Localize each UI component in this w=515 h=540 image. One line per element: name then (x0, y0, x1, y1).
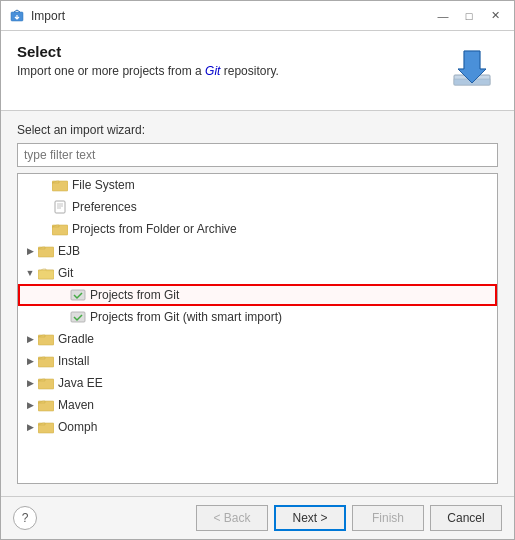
spacer-icon (54, 309, 70, 325)
spacer-icon (36, 177, 52, 193)
page-icon (52, 199, 68, 215)
wizard-tree[interactable]: File System Preferences Projects from Fo… (17, 173, 498, 484)
cancel-button[interactable]: Cancel (430, 505, 502, 531)
spacer-icon (36, 221, 52, 237)
expand-icon: ▶ (22, 331, 38, 347)
list-item[interactable]: Projects from Folder or Archive (18, 218, 497, 240)
item-label: Gradle (58, 332, 94, 346)
expand-icon: ▶ (22, 243, 38, 259)
svg-rect-12 (71, 290, 85, 300)
item-label: Git (58, 266, 73, 280)
svg-rect-13 (71, 312, 85, 322)
wizard-label: Select an import wizard: (17, 123, 498, 137)
close-button[interactable]: ✕ (484, 6, 506, 26)
back-button[interactable]: < Back (196, 505, 268, 531)
item-label: Projects from Git (90, 288, 179, 302)
git-smart-icon (70, 309, 86, 325)
import-dialog: Import — □ ✕ Select Import one or more p… (0, 0, 515, 540)
item-label: Install (58, 354, 89, 368)
maximize-button[interactable]: □ (458, 6, 480, 26)
list-item[interactable]: ▼ Git (18, 262, 497, 284)
list-item[interactable]: ▶ Gradle (18, 328, 497, 350)
list-item[interactable]: File System (18, 174, 497, 196)
list-item[interactable]: Preferences (18, 196, 497, 218)
minimize-button[interactable]: — (432, 6, 454, 26)
item-label: Projects from Folder or Archive (72, 222, 237, 236)
next-button[interactable]: Next > (274, 505, 346, 531)
git-project-icon (70, 287, 86, 303)
footer: ? < Back Next > Finish Cancel (1, 496, 514, 539)
content-area: Select an import wizard: File System Pre… (1, 111, 514, 496)
list-item[interactable]: Projects from Git (18, 284, 497, 306)
finish-button[interactable]: Finish (352, 505, 424, 531)
folder-open-icon (38, 265, 54, 281)
window-controls: — □ ✕ (432, 6, 506, 26)
collapse-icon: ▼ (22, 265, 38, 281)
item-label: EJB (58, 244, 80, 258)
folder-icon (38, 243, 54, 259)
list-item[interactable]: ▶ Install (18, 350, 497, 372)
list-item[interactable]: ▶ Oomph (18, 416, 497, 438)
header-section: Select Import one or more projects from … (1, 31, 514, 111)
title-bar: Import — □ ✕ (1, 1, 514, 31)
item-label: Projects from Git (with smart import) (90, 310, 282, 324)
header-title: Select (17, 43, 279, 60)
header-icon (446, 43, 498, 95)
list-item[interactable]: Projects from Git (with smart import) (18, 306, 497, 328)
footer-buttons: < Back Next > Finish Cancel (37, 505, 502, 531)
item-label: Maven (58, 398, 94, 412)
spacer-icon (54, 287, 70, 303)
header-description: Import one or more projects from a Git r… (17, 64, 279, 78)
folder-icon (38, 419, 54, 435)
list-item[interactable]: ▶ Maven (18, 394, 497, 416)
svg-rect-11 (38, 270, 54, 279)
folder-icon (38, 397, 54, 413)
header-text: Select Import one or more projects from … (17, 43, 279, 78)
item-label: Java EE (58, 376, 103, 390)
folder-icon (52, 221, 68, 237)
expand-icon: ▶ (22, 397, 38, 413)
spacer-icon (36, 199, 52, 215)
expand-icon: ▶ (22, 353, 38, 369)
list-item[interactable]: ▶ Java EE (18, 372, 497, 394)
item-label: File System (72, 178, 135, 192)
dialog-title: Import (31, 9, 432, 23)
item-label: Oomph (58, 420, 97, 434)
list-item[interactable]: ▶ EJB (18, 240, 497, 262)
item-label: Preferences (72, 200, 137, 214)
help-button[interactable]: ? (13, 506, 37, 530)
folder-icon (38, 331, 54, 347)
expand-icon: ▶ (22, 375, 38, 391)
folder-icon (52, 177, 68, 193)
expand-icon: ▶ (22, 419, 38, 435)
svg-rect-4 (55, 201, 65, 213)
folder-icon (38, 353, 54, 369)
folder-icon (38, 375, 54, 391)
filter-input[interactable] (17, 143, 498, 167)
dialog-icon (9, 8, 25, 24)
